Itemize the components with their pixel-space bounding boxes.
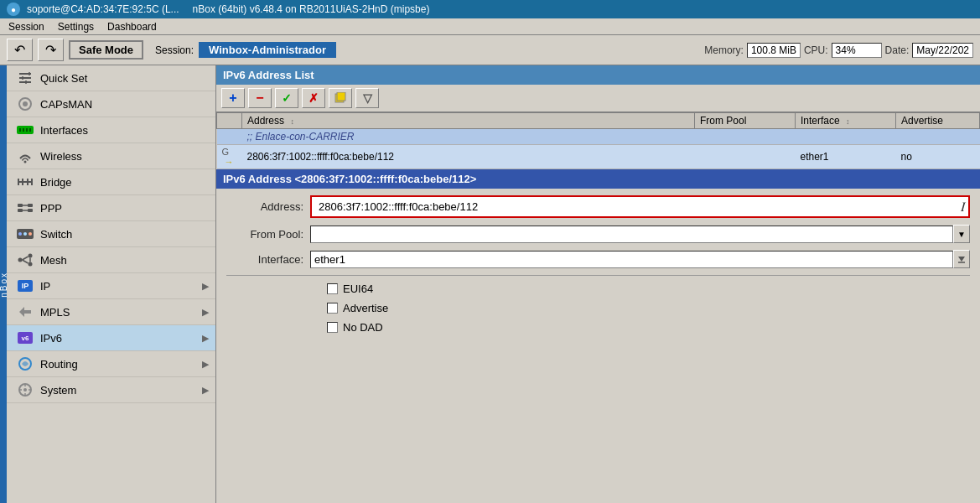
- interface-row: Interface:: [226, 250, 970, 268]
- sidebar-item-routing[interactable]: Routing ▶: [7, 351, 215, 377]
- advertise-row: Advertise: [327, 302, 970, 314]
- interface-input[interactable]: [310, 251, 953, 268]
- menu-dashboard[interactable]: Dashboard: [102, 20, 162, 34]
- apply-button[interactable]: ✓: [275, 88, 298, 108]
- system-icon: [17, 381, 34, 398]
- ip-expand-arrow: ▶: [202, 281, 209, 292]
- session-label: Session:: [155, 44, 194, 56]
- svg-point-38: [23, 388, 27, 392]
- table-row-comment[interactable]: ;; Enlace-con-CARRIER: [217, 129, 980, 145]
- svg-rect-9: [19, 128, 21, 132]
- sidebar-item-system[interactable]: System ▶: [7, 377, 215, 403]
- svg-rect-19: [18, 204, 23, 207]
- address-form: Address: 𝐼 From Pool: ▼ Inter: [216, 189, 980, 347]
- switch-icon: [17, 226, 34, 242]
- svg-point-31: [29, 262, 33, 267]
- copy-button[interactable]: [329, 88, 352, 108]
- row-data-advertise: no: [896, 145, 980, 169]
- mesh-icon: [17, 252, 34, 268]
- address-sort-arrow: ↕: [290, 117, 294, 126]
- sidebar-label-routing: Routing: [40, 358, 195, 371]
- sidebar-label-interfaces: Interfaces: [40, 124, 209, 137]
- status-area: Memory: 100.8 MiB CPU: 34% Date: May/22/…: [704, 43, 973, 58]
- sidebar-label-quickset: Quick Set: [40, 72, 209, 85]
- ipv6-expand-arrow: ▶: [202, 333, 209, 344]
- redo-icon: ↷: [45, 42, 56, 58]
- add-button[interactable]: +: [221, 88, 245, 108]
- safe-mode-button[interactable]: Safe Mode: [69, 40, 143, 60]
- svg-rect-11: [26, 128, 28, 132]
- menu-settings[interactable]: Settings: [53, 20, 99, 34]
- undo-button[interactable]: ↶: [7, 39, 33, 61]
- sidebar-item-mesh[interactable]: Mesh: [7, 247, 215, 273]
- title-bar: ● soporte@C4:AD:34:7E:92:5C (L... nBox (…: [0, 0, 980, 18]
- sidebar-item-ipv6[interactable]: v6 IPv6 ▶: [7, 325, 215, 351]
- cpu-label: CPU:: [804, 44, 828, 56]
- sidebar-item-ppp[interactable]: PPP: [7, 195, 215, 221]
- address-row: Address: 𝐼: [226, 195, 970, 218]
- ipv6-address-panel: IPv6 Address List + − ✓ ✗ ▽ Addres: [216, 65, 980, 503]
- wireless-icon: [17, 148, 34, 164]
- frompool-dropdown: ▼: [310, 225, 970, 243]
- col-advertise[interactable]: Advertise: [896, 113, 980, 129]
- left-accent-bar: nBox: [0, 65, 7, 503]
- svg-rect-10: [23, 128, 24, 132]
- remove-button[interactable]: −: [248, 88, 272, 108]
- date-label: Date:: [885, 44, 910, 56]
- cursor-indicator: 𝐼: [961, 200, 965, 215]
- ppp-icon: [17, 200, 34, 216]
- address-input-wrapper: 𝐼: [310, 195, 970, 218]
- frompool-input[interactable]: [310, 226, 953, 243]
- row-comment-flag: [217, 129, 242, 145]
- frompool-dropdown-button[interactable]: ▼: [953, 225, 970, 243]
- sidebar-item-bridge[interactable]: Bridge: [7, 169, 215, 195]
- menu-session[interactable]: Session: [3, 20, 49, 34]
- svg-point-26: [18, 232, 22, 236]
- sidebar-item-switch[interactable]: Switch: [7, 221, 215, 247]
- sidebar-item-quickset[interactable]: Quick Set: [7, 65, 215, 91]
- svg-line-33: [23, 260, 29, 263]
- cancel-button[interactable]: ✗: [302, 88, 325, 108]
- col-interface[interactable]: Interface ↕: [796, 113, 896, 129]
- interface-label: Interface:: [226, 253, 310, 266]
- undo-icon: ↶: [14, 42, 25, 58]
- address-input[interactable]: [315, 199, 961, 215]
- frompool-row: From Pool: ▼: [226, 225, 970, 243]
- svg-rect-12: [29, 128, 31, 132]
- eui64-label: EUI64: [343, 283, 373, 295]
- form-divider: [226, 275, 970, 276]
- sidebar-item-ip[interactable]: IP IP ▶: [7, 273, 215, 299]
- mpls-icon: [17, 303, 34, 320]
- col-frompool[interactable]: From Pool: [695, 113, 796, 129]
- sidebar-item-wireless[interactable]: Wireless: [7, 143, 215, 169]
- address-label: Address:: [226, 200, 310, 213]
- redo-button[interactable]: ↷: [38, 39, 64, 61]
- quickset-icon: [17, 70, 34, 86]
- svg-point-13: [24, 161, 27, 163]
- mpls-expand-arrow: ▶: [202, 307, 209, 318]
- table-row-data[interactable]: G → 2806:3f7:1002::ffff:f0ca:bebe/112 et…: [217, 145, 980, 169]
- sidebar-label-switch: Switch: [40, 228, 209, 241]
- col-address[interactable]: Address ↕: [242, 113, 695, 129]
- svg-rect-21: [28, 204, 33, 207]
- eui64-row: EUI64: [327, 283, 970, 295]
- sidebar-item-interfaces[interactable]: Interfaces: [7, 117, 215, 143]
- sidebar-item-capsman[interactable]: CAPsMAN: [7, 91, 215, 117]
- sidebar-label-mpls: MPLS: [40, 306, 195, 319]
- advertise-label: Advertise: [343, 302, 388, 314]
- panel-title: IPv6 Address List: [216, 65, 980, 85]
- svg-marker-35: [19, 307, 31, 317]
- frompool-label: From Pool:: [226, 228, 310, 241]
- svg-point-28: [29, 232, 32, 236]
- sidebar-label-mesh: Mesh: [40, 254, 209, 267]
- main-layout: nBox Quick Set CAPsMAN Interfaces: [0, 65, 980, 503]
- ip-icon: IP: [17, 277, 34, 294]
- nodad-checkbox[interactable]: [327, 322, 338, 333]
- advertise-checkbox[interactable]: [327, 303, 338, 314]
- filter-button[interactable]: ▽: [355, 88, 379, 108]
- eui64-checkbox[interactable]: [327, 283, 338, 294]
- sidebar-item-mpls[interactable]: MPLS ▶: [7, 299, 215, 325]
- interface-dropdown-button[interactable]: [953, 250, 970, 268]
- row-data-frompool: [695, 145, 796, 169]
- svg-rect-44: [337, 92, 345, 101]
